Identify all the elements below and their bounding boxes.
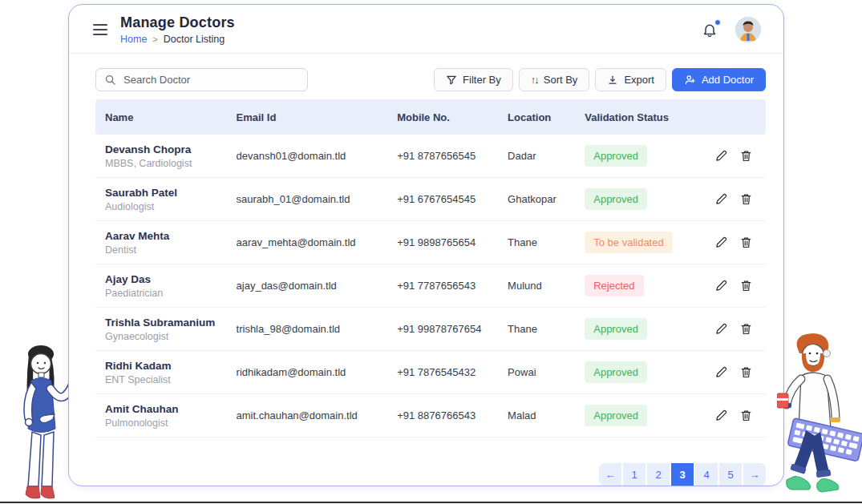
doctor-email: ridhikadam@domain.tld bbox=[237, 366, 398, 378]
doctor-email: saurabh_01@domain.tld bbox=[237, 193, 398, 205]
delete-icon[interactable] bbox=[739, 279, 753, 292]
delete-icon[interactable] bbox=[739, 149, 753, 163]
breadcrumb: Home > Doctor Listing bbox=[120, 34, 235, 45]
export-icon bbox=[607, 75, 618, 86]
page-button-4[interactable]: 4 bbox=[695, 463, 718, 486]
page-button-2[interactable]: 2 bbox=[647, 463, 670, 486]
pagination-prev-button[interactable]: ← bbox=[599, 463, 621, 486]
sort-button[interactable]: ↑↓ Sort By bbox=[519, 68, 590, 91]
doctor-email: devansh01@domain.tld bbox=[237, 150, 398, 162]
status-badge: Approved bbox=[585, 188, 647, 210]
col-header-location: Location bbox=[508, 111, 585, 123]
doctor-location: Thane bbox=[508, 236, 585, 248]
breadcrumb-current: Doctor Listing bbox=[164, 34, 225, 45]
edit-icon[interactable] bbox=[714, 279, 728, 292]
delete-icon[interactable] bbox=[739, 236, 753, 249]
status-badge: Approved bbox=[585, 405, 647, 426]
table-row: Ridhi Kadam ENT Specialist ridhikadam@do… bbox=[95, 351, 766, 394]
doctor-location: Mulund bbox=[508, 280, 585, 292]
search-input[interactable] bbox=[123, 74, 299, 86]
card-header: Manage Doctors Home > Doctor Listing bbox=[69, 5, 783, 54]
doctor-specialty: MBBS, Cardiologist bbox=[105, 158, 232, 169]
edit-icon[interactable] bbox=[714, 409, 728, 422]
sort-label: Sort By bbox=[544, 74, 578, 86]
status-badge: Approved bbox=[585, 361, 647, 383]
table-row: Devansh Chopra MBBS, Cardiologist devans… bbox=[95, 135, 766, 178]
edit-icon[interactable] bbox=[714, 365, 728, 379]
doctor-specialty: Dentist bbox=[105, 244, 232, 256]
delete-icon[interactable] bbox=[739, 409, 753, 422]
edit-icon[interactable] bbox=[714, 236, 728, 249]
table-row: Ajay Das Paediatrician ajay_das@domain.t… bbox=[95, 264, 766, 308]
doctor-specialty: ENT Specialist bbox=[105, 374, 232, 385]
doctor-name: Ridhi Kadam bbox=[105, 360, 232, 372]
edit-icon[interactable] bbox=[714, 192, 728, 206]
page-button-1[interactable]: 1 bbox=[623, 463, 645, 486]
filter-button[interactable]: Filter By bbox=[434, 68, 513, 91]
doctor-specialty: Pulmonologist bbox=[105, 417, 232, 429]
notification-bell-icon[interactable] bbox=[702, 22, 718, 38]
doctor-mobile: +91 9898765654 bbox=[397, 236, 508, 248]
edit-icon[interactable] bbox=[714, 149, 728, 163]
header-right bbox=[702, 17, 761, 42]
delete-icon[interactable] bbox=[739, 322, 753, 336]
add-doctor-label: Add Doctor bbox=[702, 74, 754, 86]
delete-icon[interactable] bbox=[739, 365, 753, 379]
doctor-name: Aarav Mehta bbox=[105, 230, 232, 242]
manage-doctors-card: Manage Doctors Home > Doctor Listing bbox=[68, 4, 784, 486]
table-header: Name Email Id Mobile No. Location Valida… bbox=[95, 99, 766, 135]
table-body: Devansh Chopra MBBS, Cardiologist devans… bbox=[95, 135, 766, 437]
doctor-specialty: Paediatrician bbox=[105, 288, 232, 299]
export-label: Export bbox=[624, 74, 654, 86]
add-doctor-button[interactable]: Add Doctor bbox=[672, 68, 766, 91]
col-header-status: Validation Status bbox=[585, 111, 705, 123]
page-button-5[interactable]: 5 bbox=[719, 463, 742, 486]
filter-icon bbox=[446, 75, 457, 86]
doctor-name: Amit Chauhan bbox=[105, 403, 232, 415]
page-button-3[interactable]: 3 bbox=[671, 463, 694, 486]
notification-dot bbox=[714, 19, 721, 26]
doctor-mobile: +91 6767654545 bbox=[397, 193, 508, 205]
breadcrumb-separator: > bbox=[152, 34, 157, 44]
doctor-mobile: +91 99878767654 bbox=[397, 323, 508, 335]
ground-line bbox=[0, 502, 862, 503]
status-badge: Approved bbox=[585, 318, 647, 340]
search-icon bbox=[104, 74, 116, 86]
delete-icon[interactable] bbox=[739, 192, 753, 206]
doctor-email: aarav_mehta@domain.tld bbox=[237, 236, 398, 248]
page-title: Manage Doctors bbox=[120, 14, 235, 31]
doctor-name: Devansh Chopra bbox=[105, 143, 232, 155]
filter-label: Filter By bbox=[463, 74, 501, 86]
pagination-next-button[interactable]: → bbox=[743, 463, 766, 486]
pagination-row: ← 1 2 3 4 5 → bbox=[69, 458, 783, 486]
doctor-name: Trishla Subramanium bbox=[105, 317, 232, 329]
toolbar-buttons: Filter By ↑↓ Sort By Export Add Doctor bbox=[434, 68, 766, 91]
table-row: Aarav Mehta Dentist aarav_mehta@domain.t… bbox=[95, 221, 766, 264]
sort-icon: ↑↓ bbox=[531, 74, 538, 86]
doctor-specialty: Gynaecologist bbox=[105, 331, 232, 342]
doctor-email: amit.chauhan@domain.tld bbox=[237, 409, 398, 421]
col-header-email: Email Id bbox=[237, 111, 398, 123]
breadcrumb-home-link[interactable]: Home bbox=[120, 34, 147, 45]
doctor-location: Powai bbox=[508, 366, 585, 378]
doctor-mobile: +91 7876545432 bbox=[397, 366, 508, 378]
illustration-man bbox=[777, 331, 862, 502]
status-badge: Rejected bbox=[585, 275, 643, 296]
avatar[interactable] bbox=[735, 17, 761, 42]
title-block: Manage Doctors Home > Doctor Listing bbox=[120, 14, 235, 45]
table-row: Amit Chauhan Pulmonologist amit.chauhan@… bbox=[95, 394, 766, 437]
export-button[interactable]: Export bbox=[595, 68, 666, 91]
edit-icon[interactable] bbox=[714, 322, 728, 336]
doctor-mobile: +91 7787656543 bbox=[397, 280, 508, 292]
doctor-email: ajay_das@domain.tld bbox=[237, 280, 398, 292]
doctor-specialty: Audiologist bbox=[105, 201, 232, 212]
doctor-email: trishla_98@domain.tld bbox=[237, 323, 398, 335]
doctor-location: Dadar bbox=[508, 150, 585, 162]
table-row: Saurabh Patel Audiologist saurabh_01@dom… bbox=[95, 178, 766, 221]
status-badge: Approved bbox=[585, 145, 647, 167]
toolbar: Filter By ↑↓ Sort By Export Add Doctor bbox=[69, 54, 783, 99]
person-plus-icon bbox=[684, 74, 696, 86]
doctor-name: Saurabh Patel bbox=[105, 187, 232, 199]
menu-icon[interactable] bbox=[93, 21, 107, 38]
status-badge: To be validated bbox=[585, 232, 672, 253]
